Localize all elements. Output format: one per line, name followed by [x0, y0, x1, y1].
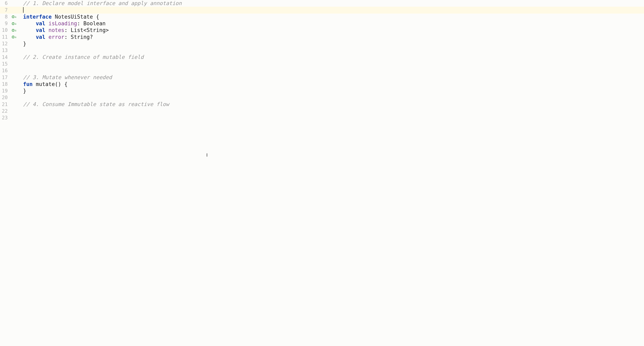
code-content[interactable]: val error: String? — [19, 34, 93, 40]
token-prop: error — [48, 34, 64, 40]
down-arrow-icon: ↓ — [15, 22, 17, 25]
line-number: 14 — [0, 54, 10, 60]
token-punc: : — [64, 27, 71, 33]
token-kw: val — [36, 27, 46, 33]
gutter-icon-cell[interactable]: I↓ — [10, 29, 19, 32]
token-prop: notes — [48, 27, 64, 33]
token-punc: : — [77, 20, 83, 26]
token-punc — [23, 20, 36, 26]
line-number: 6 — [0, 0, 10, 6]
token-punc: > — [106, 27, 109, 33]
token-comment: // 4. Consume Immutable state as reactiv… — [23, 101, 169, 107]
gutter-icon-cell[interactable]: I↓ — [10, 22, 19, 25]
token-prop: isLoading — [48, 20, 77, 26]
token-punc — [52, 14, 55, 20]
code-content[interactable]: // 4. Consume Immutable state as reactiv… — [19, 101, 169, 108]
code-line[interactable]: 21// 4. Consume Immutable state as react… — [0, 101, 644, 108]
line-number: 22 — [0, 108, 10, 114]
token-punc — [23, 34, 36, 40]
code-line[interactable]: 23 — [0, 115, 644, 121]
line-number: 8 — [0, 14, 10, 20]
line-number: 9 — [0, 20, 10, 27]
token-builtin: String — [86, 27, 106, 33]
token-punc: } — [23, 41, 26, 47]
code-line[interactable]: 13 — [0, 47, 644, 54]
code-line[interactable]: 15 — [0, 61, 644, 67]
line-number: 15 — [0, 61, 10, 67]
token-fn-name: mutate — [36, 81, 55, 87]
token-comment: // 3. Mutate whenever needed — [23, 74, 112, 80]
token-kw: val — [36, 34, 46, 40]
line-number: 16 — [0, 68, 10, 74]
code-content[interactable]: } — [19, 40, 26, 47]
down-arrow-icon: ↓ — [15, 15, 17, 18]
token-typ: NotesUiState — [55, 14, 93, 20]
implemented-icon[interactable]: I — [12, 15, 14, 18]
token-punc — [46, 34, 49, 40]
implemented-icon[interactable]: I — [12, 22, 14, 25]
code-line[interactable]: 9I↓ val isLoading: Boolean — [0, 20, 644, 27]
line-number: 10 — [0, 27, 10, 33]
token-builtin: String — [71, 34, 90, 40]
code-line[interactable]: 14// 2. Create instance of mutable field — [0, 54, 644, 60]
code-content[interactable]: fun mutate() { — [19, 81, 68, 88]
line-number: 12 — [0, 41, 10, 47]
token-punc: { — [93, 14, 99, 20]
code-line[interactable]: 6// 1. Declare model interface and apply… — [0, 0, 644, 7]
line-number: 23 — [0, 115, 10, 121]
token-kw: interface — [23, 14, 52, 20]
code-content[interactable] — [19, 7, 24, 13]
token-punc — [23, 27, 36, 33]
code-line[interactable]: 8I↓interface NotesUiState { — [0, 13, 644, 20]
code-line[interactable]: 10I↓ val notes: List<String> — [0, 27, 644, 34]
implemented-icon[interactable]: I — [12, 36, 14, 38]
line-number: 7 — [0, 7, 10, 13]
code-content[interactable]: } — [19, 88, 26, 94]
code-content[interactable]: // 1. Declare model interface and apply … — [19, 0, 182, 7]
line-number: 11 — [0, 34, 10, 40]
down-arrow-icon: ↓ — [15, 35, 17, 39]
code-line[interactable]: 12} — [0, 40, 644, 47]
code-content[interactable]: // 3. Mutate whenever needed — [19, 74, 112, 81]
line-number: 21 — [0, 101, 10, 108]
token-kw: val — [36, 20, 46, 26]
gutter-icon-cell[interactable]: I↓ — [10, 35, 19, 39]
token-punc: () { — [55, 81, 68, 87]
code-line[interactable]: 16 — [0, 67, 644, 74]
gutter-icon-cell[interactable]: I↓ — [10, 15, 19, 18]
token-builtin: List — [71, 27, 84, 33]
token-punc: } — [23, 88, 26, 94]
down-arrow-icon: ↓ — [15, 29, 17, 32]
code-line[interactable]: 18fun mutate() { — [0, 81, 644, 88]
line-number: 18 — [0, 81, 10, 87]
text-caret — [23, 7, 24, 13]
implemented-icon[interactable]: I — [12, 29, 14, 32]
token-comment: // 1. Declare model interface and apply … — [23, 0, 182, 6]
token-kw: fun — [23, 81, 33, 87]
code-line[interactable]: 7 — [0, 7, 644, 13]
code-content[interactable]: interface NotesUiState { — [19, 13, 99, 20]
code-content[interactable]: val isLoading: Boolean — [19, 20, 106, 27]
code-content[interactable]: val notes: List<String> — [19, 27, 109, 34]
token-comment: // 2. Create instance of mutable field — [23, 54, 144, 60]
token-punc — [33, 81, 36, 87]
code-line[interactable]: 20 — [0, 94, 644, 101]
code-content[interactable]: // 2. Create instance of mutable field — [19, 54, 144, 60]
code-editor[interactable]: 6// 1. Declare model interface and apply… — [0, 0, 644, 121]
code-line[interactable]: 17// 3. Mutate whenever needed — [0, 74, 644, 81]
token-punc — [46, 27, 49, 33]
code-line[interactable]: 11I↓ val error: String? — [0, 34, 644, 40]
token-punc: : — [64, 34, 71, 40]
token-builtin: Boolean — [83, 20, 106, 26]
line-number: 20 — [0, 95, 10, 101]
line-number: 19 — [0, 88, 10, 94]
code-line[interactable]: 19} — [0, 88, 644, 94]
line-number: 17 — [0, 74, 10, 81]
line-number: 13 — [0, 47, 10, 54]
token-punc: < — [83, 27, 86, 33]
token-punc — [46, 20, 49, 26]
token-punc: ? — [90, 34, 93, 40]
code-line[interactable]: 22 — [0, 108, 644, 115]
